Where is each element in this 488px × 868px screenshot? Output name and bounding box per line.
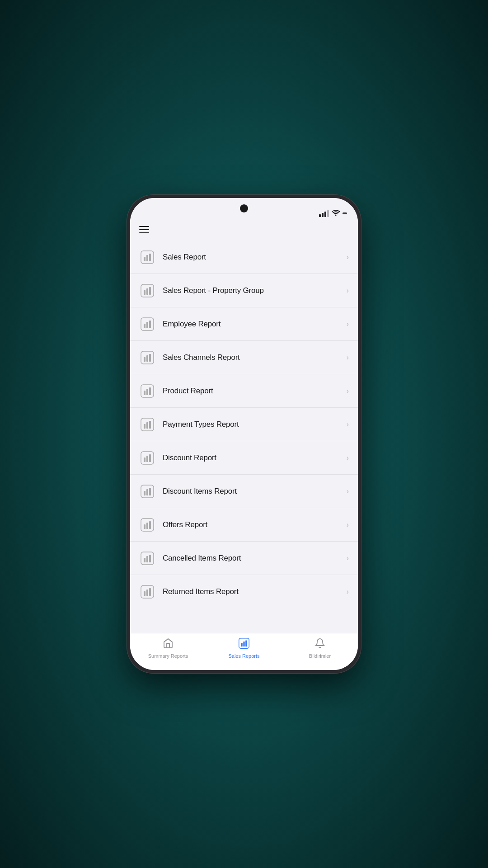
svg-rect-25 xyxy=(144,458,145,462)
svg-rect-1 xyxy=(144,257,145,261)
svg-rect-29 xyxy=(144,491,145,495)
svg-rect-18 xyxy=(146,389,148,395)
svg-rect-9 xyxy=(144,324,145,328)
svg-rect-47 xyxy=(245,641,247,647)
hamburger-menu-button[interactable] xyxy=(139,226,149,233)
bar-chart-icon xyxy=(141,552,154,565)
bar-chart-icon xyxy=(141,384,154,398)
bar-chart-icon xyxy=(141,418,154,431)
svg-rect-34 xyxy=(146,523,148,529)
tab-icon-sales-reports xyxy=(239,638,249,651)
report-icon-wrap xyxy=(139,550,155,566)
report-item-product-report[interactable]: Product Report › xyxy=(130,374,358,408)
report-list: Sales Report › Sales Report - Property G… xyxy=(130,241,358,609)
svg-rect-41 xyxy=(144,591,145,596)
svg-rect-7 xyxy=(149,287,151,295)
report-icon-wrap xyxy=(139,249,155,265)
report-item-sales-report[interactable]: Sales Report › xyxy=(130,241,358,274)
report-label: Product Report xyxy=(163,387,339,396)
svg-rect-14 xyxy=(146,355,148,362)
bar-chart-icon xyxy=(141,284,154,297)
svg-rect-46 xyxy=(243,642,244,646)
svg-rect-38 xyxy=(146,556,148,562)
report-label: Discount Report xyxy=(163,453,339,462)
bar-chart-icon xyxy=(141,317,154,331)
svg-rect-6 xyxy=(146,288,148,295)
svg-rect-42 xyxy=(146,590,148,596)
bar-chart-icon xyxy=(141,585,154,599)
svg-rect-17 xyxy=(144,391,145,395)
report-label: Employee Report xyxy=(163,320,339,329)
tab-bar: Summary Reports Sales Reports Bildirimle… xyxy=(130,633,358,670)
chevron-right-icon: › xyxy=(347,588,349,596)
svg-rect-27 xyxy=(149,454,151,462)
report-item-employee-report[interactable]: Employee Report › xyxy=(130,307,358,341)
tab-label-bildirimler: Bildirimler xyxy=(309,653,331,659)
report-item-payment-types-report[interactable]: Payment Types Report › xyxy=(130,408,358,441)
svg-rect-15 xyxy=(149,354,151,362)
report-icon-wrap xyxy=(139,283,155,299)
report-item-discount-report[interactable]: Discount Report › xyxy=(130,441,358,475)
tab-icon-bildirimler xyxy=(314,638,325,651)
chevron-right-icon: › xyxy=(347,521,349,529)
camera xyxy=(240,204,248,212)
chevron-right-icon: › xyxy=(347,287,349,295)
svg-rect-10 xyxy=(146,322,148,328)
bar-chart-icon xyxy=(141,351,154,364)
bar-chart-icon xyxy=(141,250,154,264)
report-label: Sales Channels Report xyxy=(163,353,339,362)
report-icon-wrap xyxy=(139,584,155,600)
report-icon-wrap xyxy=(139,517,155,533)
svg-rect-11 xyxy=(149,321,151,328)
svg-rect-31 xyxy=(149,488,151,495)
report-icon-wrap xyxy=(139,416,155,433)
tab-summary-reports[interactable]: Summary Reports xyxy=(130,638,206,659)
wifi-icon xyxy=(332,210,340,217)
chevron-right-icon: › xyxy=(347,320,349,328)
tab-icon-summary-reports xyxy=(163,638,174,651)
report-item-returned-items-report[interactable]: Returned Items Report › xyxy=(130,575,358,609)
chevron-right-icon: › xyxy=(347,454,349,462)
phone-frame: Sales Report › Sales Report - Property G… xyxy=(127,194,361,674)
svg-rect-3 xyxy=(149,254,151,261)
svg-rect-35 xyxy=(149,521,151,529)
svg-rect-23 xyxy=(149,421,151,429)
report-icon-wrap xyxy=(139,349,155,366)
report-item-sales-channels-report[interactable]: Sales Channels Report › xyxy=(130,341,358,374)
chevron-right-icon: › xyxy=(347,487,349,495)
tab-bildirimler[interactable]: Bildirimler xyxy=(282,638,358,659)
report-item-offers-report[interactable]: Offers Report › xyxy=(130,508,358,542)
bar-chart-icon xyxy=(141,451,154,465)
report-item-discount-items-report[interactable]: Discount Items Report › xyxy=(130,475,358,508)
bar-chart-icon xyxy=(141,485,154,498)
svg-rect-39 xyxy=(149,555,151,562)
report-label: Payment Types Report xyxy=(163,420,339,429)
svg-rect-37 xyxy=(144,558,145,562)
report-label: Discount Items Report xyxy=(163,487,339,496)
report-item-sales-report-property-group[interactable]: Sales Report - Property Group › xyxy=(130,274,358,307)
signal-icon xyxy=(319,210,329,217)
svg-rect-5 xyxy=(144,290,145,295)
report-item-cancelled-items-report[interactable]: Cancelled Items Report › xyxy=(130,542,358,575)
chevron-right-icon: › xyxy=(347,354,349,362)
svg-rect-45 xyxy=(241,643,243,646)
report-icon-wrap xyxy=(139,450,155,466)
svg-rect-33 xyxy=(144,524,145,529)
report-icon-wrap xyxy=(139,483,155,500)
svg-rect-30 xyxy=(146,489,148,495)
svg-rect-19 xyxy=(149,387,151,395)
tab-label-summary-reports: Summary Reports xyxy=(148,653,188,659)
report-list-container: Sales Report › Sales Report - Property G… xyxy=(130,241,358,633)
svg-rect-22 xyxy=(146,422,148,429)
battery-indicator xyxy=(343,212,347,214)
tab-sales-reports[interactable]: Sales Reports xyxy=(206,638,282,659)
svg-rect-43 xyxy=(149,588,151,596)
svg-rect-13 xyxy=(144,357,145,362)
chevron-right-icon: › xyxy=(347,420,349,429)
svg-rect-21 xyxy=(144,424,145,429)
svg-rect-2 xyxy=(146,255,148,261)
app-header xyxy=(130,221,358,241)
report-icon-wrap xyxy=(139,383,155,399)
report-icon-wrap xyxy=(139,316,155,332)
phone-screen: Sales Report › Sales Report - Property G… xyxy=(130,198,358,670)
